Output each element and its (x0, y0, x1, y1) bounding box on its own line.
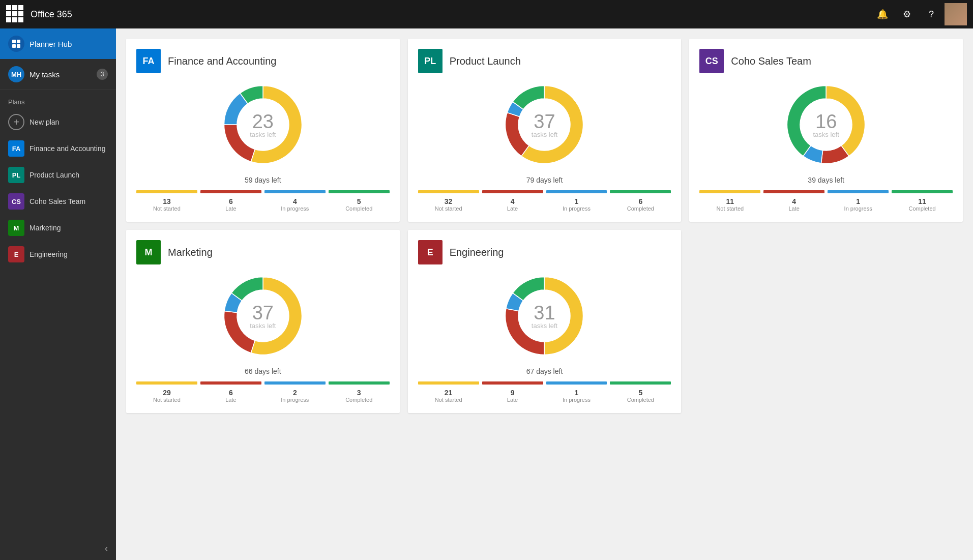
status-late-coho-sales: 4 Late (763, 197, 824, 212)
days-left-marketing: 66 days left (136, 367, 390, 375)
tasks-left-number-finance: 23 (250, 111, 276, 133)
sidebar-item-finance[interactable]: FA Finance and Accounting (0, 135, 116, 162)
settings-gear-button[interactable]: ⚙ (896, 3, 918, 25)
new-plan-item[interactable]: + New plan (0, 109, 116, 135)
bar-in-progress-engineering (546, 381, 607, 385)
my-tasks-item[interactable]: MH My tasks 3 (0, 59, 116, 90)
card-header-coho-sales: CS Coho Sales Team (699, 49, 953, 73)
sidebar-item-label-product-launch: Product Launch (30, 171, 79, 179)
waffle-icon[interactable] (6, 5, 24, 23)
card-title-engineering: Engineering (450, 247, 504, 258)
bar-not-started-coho-sales (699, 190, 760, 193)
card-header-finance: FA Finance and Accounting (136, 49, 390, 73)
sidebar-item-coho-sales[interactable]: CS Coho Sales Team (0, 188, 116, 215)
bar-completed-product-launch (610, 190, 671, 193)
sidebar-item-label-finance: Finance and Accounting (30, 144, 105, 153)
sidebar-item-engineering[interactable]: E Engineering (0, 241, 116, 268)
help-button[interactable]: ? (920, 3, 942, 25)
status-not-started-engineering: 21 Not started (418, 389, 479, 403)
card-abbr-finance: FA (136, 49, 161, 73)
planner-hub-label: Planner Hub (30, 40, 72, 48)
donut-chart-product-launch: 37 tasks left (418, 81, 671, 168)
status-bars-finance (136, 190, 390, 193)
card-abbr-product-launch: PL (418, 49, 443, 73)
status-not-started-product-launch: 32 Not started (418, 197, 479, 212)
status-labels-finance: 13 Not started 6 Late 4 In progress 5 Co… (136, 197, 390, 212)
notification-bell-button[interactable]: 🔔 (871, 3, 894, 25)
status-in-progress-coho-sales: 1 In progress (828, 197, 889, 212)
sidebar-item-label-coho-sales: Coho Sales Team (30, 197, 85, 205)
tasks-left-label-marketing: tasks left (250, 322, 276, 330)
planner-hub-item[interactable]: Planner Hub (0, 28, 116, 59)
status-not-started-finance: 13 Not started (136, 197, 197, 212)
plans-grid: FA Finance and Accounting 23 tasks left … (126, 39, 963, 413)
donut-chart-marketing: 37 tasks left (136, 273, 390, 359)
bar-in-progress-product-launch (546, 190, 607, 193)
tasks-left-number-coho-sales: 16 (813, 111, 839, 133)
status-late-product-launch: 4 Late (482, 197, 543, 212)
sidebar-item-icon-marketing: M (8, 220, 24, 236)
card-abbr-marketing: M (136, 240, 161, 264)
bar-not-started-finance (136, 190, 197, 193)
status-completed-coho-sales: 11 Completed (892, 197, 953, 212)
bar-late-finance (200, 190, 261, 193)
donut-chart-finance: 23 tasks left (136, 81, 390, 168)
bar-late-product-launch (482, 190, 543, 193)
svg-rect-0 (12, 40, 16, 43)
tasks-left-label-finance: tasks left (250, 131, 276, 138)
status-bars-engineering (418, 381, 671, 385)
avatar[interactable] (945, 3, 967, 25)
main-content: FA Finance and Accounting 23 tasks left … (116, 28, 973, 560)
days-left-product-launch: 79 days left (418, 176, 671, 184)
status-labels-engineering: 21 Not started 9 Late 1 In progress 5 Co… (418, 389, 671, 403)
sidebar: Planner Hub MH My tasks 3 Plans + New pl… (0, 28, 116, 560)
bar-completed-engineering (610, 381, 671, 385)
status-labels-coho-sales: 11 Not started 4 Late 1 In progress 11 C… (699, 197, 953, 212)
bar-late-coho-sales (763, 190, 824, 193)
status-completed-engineering: 5 Completed (610, 389, 671, 403)
sidebar-item-label-marketing: Marketing (30, 224, 61, 232)
card-title-coho-sales: Coho Sales Team (731, 55, 811, 67)
plan-card-finance[interactable]: FA Finance and Accounting 23 tasks left … (126, 39, 400, 222)
days-left-engineering: 67 days left (418, 367, 671, 375)
card-abbr-coho-sales: CS (699, 49, 724, 73)
bar-not-started-engineering (418, 381, 479, 385)
app-title: Office 365 (31, 9, 871, 20)
status-completed-marketing: 3 Completed (329, 389, 390, 403)
sidebar-item-icon-product-launch: PL (8, 167, 24, 183)
status-in-progress-engineering: 1 In progress (546, 389, 607, 403)
donut-chart-engineering: 31 tasks left (418, 273, 671, 359)
my-tasks-avatar: MH (8, 66, 24, 82)
add-plan-icon: + (8, 114, 24, 130)
topbar: Office 365 🔔 ⚙ ? (0, 0, 973, 28)
status-not-started-marketing: 29 Not started (136, 389, 197, 403)
status-in-progress-product-launch: 1 In progress (546, 197, 607, 212)
plan-card-engineering[interactable]: E Engineering 31 tasks left 67 days left… (408, 230, 682, 413)
status-in-progress-finance: 4 In progress (264, 197, 326, 212)
svg-rect-2 (12, 44, 16, 48)
status-labels-marketing: 29 Not started 6 Late 2 In progress 3 Co… (136, 389, 390, 403)
card-header-marketing: M Marketing (136, 240, 390, 264)
card-title-marketing: Marketing (168, 247, 213, 258)
sidebar-item-marketing[interactable]: M Marketing (0, 215, 116, 241)
plan-card-marketing[interactable]: M Marketing 37 tasks left 66 days left 2… (126, 230, 400, 413)
sidebar-collapse-button[interactable]: ‹ (0, 537, 116, 560)
sidebar-item-icon-coho-sales: CS (8, 193, 24, 210)
status-late-marketing: 6 Late (200, 389, 261, 403)
status-bars-product-launch (418, 190, 671, 193)
svg-rect-3 (17, 44, 20, 48)
status-bars-marketing (136, 381, 390, 385)
bar-late-marketing (200, 381, 261, 385)
bar-completed-marketing (329, 381, 390, 385)
sidebar-item-label-engineering: Engineering (30, 250, 68, 258)
plan-card-product-launch[interactable]: PL Product Launch 37 tasks left 79 days … (408, 39, 682, 222)
planner-hub-icon (8, 36, 24, 52)
bar-not-started-marketing (136, 381, 197, 385)
card-abbr-engineering: E (418, 240, 443, 264)
bar-in-progress-coho-sales (828, 190, 889, 193)
days-left-finance: 59 days left (136, 176, 390, 184)
sidebar-item-product-launch[interactable]: PL Product Launch (0, 162, 116, 188)
plans-section-label: Plans (0, 90, 116, 109)
tasks-left-number-engineering: 31 (532, 302, 557, 324)
plan-card-coho-sales[interactable]: CS Coho Sales Team 16 tasks left 39 days… (689, 39, 963, 222)
